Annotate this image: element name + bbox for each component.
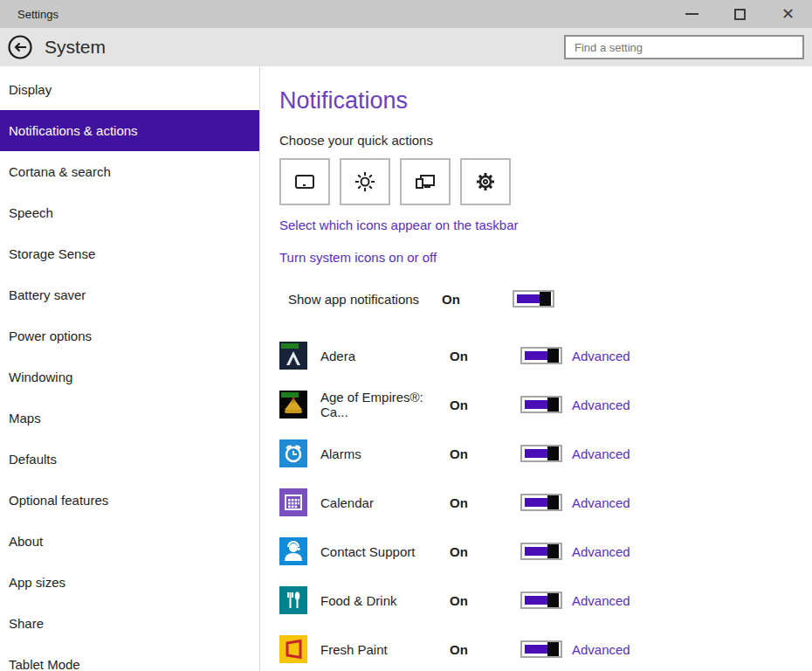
app-name: Calendar bbox=[320, 495, 450, 510]
app-name: Contact Support bbox=[320, 544, 450, 559]
sidebar-item-optional-features[interactable]: Optional features bbox=[0, 480, 259, 521]
sidebar-item-speech[interactable]: Speech bbox=[0, 192, 259, 233]
quick-action-brightness[interactable] bbox=[340, 158, 390, 205]
brightness-icon bbox=[353, 169, 377, 194]
back-arrow-icon bbox=[7, 34, 33, 60]
app-name: Age of Empires®: Ca... bbox=[320, 390, 450, 419]
back-button[interactable] bbox=[7, 34, 33, 60]
food-drink-advanced-link[interactable]: Advanced bbox=[572, 593, 630, 608]
sidebar-item-maps[interactable]: Maps bbox=[0, 398, 259, 439]
toggle-state-text: On bbox=[442, 292, 513, 307]
quick-action-tablet-mode[interactable] bbox=[279, 158, 330, 205]
app-row-contact-support: Contact Support On Advanced bbox=[279, 527, 812, 576]
fresh-paint-app-icon bbox=[279, 635, 307, 663]
select-taskbar-icons-link[interactable]: Select which icons appear on the taskbar bbox=[279, 218, 812, 232]
sidebar-item-cortana-search[interactable]: Cortana & search bbox=[0, 151, 259, 192]
sidebar-item-storage-sense[interactable]: Storage Sense bbox=[0, 233, 259, 274]
contact-support-app-icon bbox=[279, 537, 307, 565]
sidebar-item-power-options[interactable]: Power options bbox=[0, 315, 259, 356]
settings-sidebar: Display Notifications & actions Cortana … bbox=[0, 66, 260, 671]
contact-support-toggle[interactable] bbox=[520, 543, 562, 560]
notifications-panel: Notifications Choose your quick actions bbox=[260, 66, 812, 671]
minimize-icon bbox=[685, 13, 698, 15]
app-row-adera: Adera On Advanced bbox=[279, 331, 812, 380]
page-title: System bbox=[45, 37, 106, 58]
toggle-state-text: On bbox=[450, 593, 520, 608]
minimize-button[interactable] bbox=[668, 0, 716, 28]
sidebar-item-share[interactable]: Share bbox=[0, 603, 259, 644]
show-app-notifications-label: Show app notifications bbox=[279, 292, 442, 307]
sidebar-item-tablet-mode[interactable]: Tablet Mode bbox=[0, 644, 259, 671]
app-name: Adera bbox=[320, 349, 450, 363]
app-row-fresh-paint: Fresh Paint On Advanced bbox=[279, 625, 812, 671]
adera-advanced-link[interactable]: Advanced bbox=[572, 349, 630, 363]
fresh-paint-toggle[interactable] bbox=[520, 640, 562, 658]
maximize-button[interactable] bbox=[716, 0, 764, 28]
age-of-empires-toggle[interactable] bbox=[520, 396, 562, 413]
adera-app-icon bbox=[279, 342, 307, 370]
app-row-calendar: Calendar On Advanced bbox=[279, 478, 812, 527]
food-drink-app-icon bbox=[279, 586, 307, 614]
window-controls: ✕ bbox=[668, 0, 812, 28]
connect-screens-icon bbox=[413, 169, 437, 194]
turn-system-icons-link[interactable]: Turn system icons on or off bbox=[279, 250, 812, 265]
alarms-advanced-link[interactable]: Advanced bbox=[572, 446, 630, 461]
section-heading: Notifications bbox=[279, 86, 812, 115]
age-of-empires-advanced-link[interactable]: Advanced bbox=[572, 398, 630, 412]
quick-action-settings[interactable] bbox=[460, 158, 511, 205]
alarms-toggle[interactable] bbox=[520, 445, 562, 462]
show-app-notifications-row: Show app notifications On bbox=[279, 289, 812, 308]
app-row-alarms: Alarms On Advanced bbox=[279, 429, 812, 478]
page-header: System bbox=[0, 28, 812, 66]
toggle-knob bbox=[540, 292, 551, 306]
toggle-state-text: On bbox=[450, 642, 520, 657]
fresh-paint-advanced-link[interactable]: Advanced bbox=[572, 642, 630, 657]
alarms-app-icon bbox=[279, 439, 307, 467]
sidebar-item-notifications-actions[interactable]: Notifications & actions bbox=[0, 110, 259, 151]
toggle-state-text: On bbox=[450, 398, 520, 412]
tablet-mode-icon bbox=[292, 169, 317, 194]
app-name: Food & Drink bbox=[320, 593, 450, 608]
quick-actions-row bbox=[279, 158, 812, 205]
app-notifications-list: Adera On Advanced bbox=[279, 331, 812, 671]
adera-toggle[interactable] bbox=[520, 347, 562, 364]
calendar-advanced-link[interactable]: Advanced bbox=[572, 495, 630, 510]
search-input[interactable] bbox=[564, 35, 804, 59]
app-name: Alarms bbox=[320, 446, 450, 461]
sidebar-item-defaults[interactable]: Defaults bbox=[0, 439, 259, 480]
sidebar-item-app-sizes[interactable]: App sizes bbox=[0, 562, 259, 603]
app-row-food-drink: Food & Drink On Advanced bbox=[279, 576, 812, 625]
app-row-age-of-empires: Age of Empires®: Ca... On Advanced bbox=[279, 380, 812, 429]
quick-action-connect[interactable] bbox=[400, 158, 451, 205]
quick-actions-label: Choose your quick actions bbox=[279, 133, 812, 148]
toggle-state-text: On bbox=[450, 446, 520, 461]
show-app-notifications-toggle[interactable] bbox=[513, 290, 554, 308]
calendar-app-icon bbox=[279, 488, 307, 516]
toggle-state-text: On bbox=[450, 544, 520, 559]
titlebar: Settings ✕ bbox=[0, 0, 812, 28]
app-name: Fresh Paint bbox=[320, 642, 450, 657]
toggle-fill bbox=[517, 294, 540, 303]
toggle-state-text: On bbox=[450, 349, 520, 363]
sidebar-item-about[interactable]: About bbox=[0, 521, 259, 562]
food-drink-toggle[interactable] bbox=[520, 591, 562, 609]
close-icon: ✕ bbox=[781, 6, 795, 22]
calendar-toggle[interactable] bbox=[520, 494, 562, 511]
window-title: Settings bbox=[17, 8, 58, 21]
age-of-empires-app-icon bbox=[279, 391, 307, 419]
close-button[interactable]: ✕ bbox=[764, 0, 812, 28]
sidebar-item-battery-saver[interactable]: Battery saver bbox=[0, 274, 259, 315]
settings-gear-icon bbox=[473, 169, 498, 194]
maximize-icon bbox=[734, 9, 746, 20]
contact-support-advanced-link[interactable]: Advanced bbox=[572, 544, 630, 559]
toggle-state-text: On bbox=[450, 495, 520, 510]
sidebar-item-windowing[interactable]: Windowing bbox=[0, 356, 259, 398]
sidebar-item-display[interactable]: Display bbox=[0, 69, 259, 110]
